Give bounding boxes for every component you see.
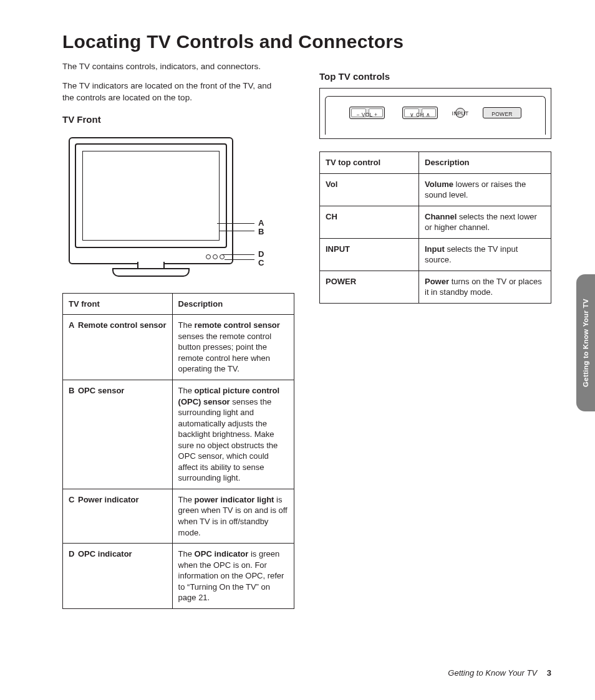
input-label: INPUT — [448, 110, 473, 117]
intro-paragraph-1: The TV contains controls, indicators, an… — [62, 61, 281, 73]
intro-paragraph-2: The TV indicators are located on the fro… — [62, 80, 281, 104]
table-row: ARemote control sensor The remote contro… — [63, 315, 294, 380]
callout-B: B — [258, 227, 264, 236]
top-controls-illustration: − VOL + ∨ CH ∧ INPUT POWER — [319, 88, 551, 139]
table-row: DOPC indicator The OPC indicator is gree… — [63, 544, 294, 609]
ch-label: ∨ CH ∧ — [402, 112, 438, 118]
table-row: INPUT Input selects the TV input source. — [320, 238, 551, 271]
top-controls-table: TV top control Description Vol Volume lo… — [319, 151, 551, 304]
section-tab: Getting to Know Your TV — [576, 274, 595, 411]
table-header: Description — [419, 152, 551, 174]
power-label: POWER — [483, 111, 521, 117]
tv-front-illustration: A B D C — [62, 131, 287, 280]
footer-page: 3 — [547, 668, 551, 678]
tv-front-heading: TV Front — [62, 114, 294, 125]
callout-A: A — [258, 218, 264, 228]
table-header: TV front — [63, 293, 173, 315]
tv-front-table: TV front Description ARemote control sen… — [62, 293, 294, 609]
footer-section: Getting to Know Your TV — [448, 668, 537, 678]
table-row: POWER Power turns on the TV or places it… — [320, 271, 551, 303]
table-row: Vol Volume lowers or raises the sound le… — [320, 173, 551, 206]
table-header: Description — [172, 293, 294, 315]
page-title: Locating TV Controls and Connectors — [62, 31, 551, 52]
vol-label: − VOL + — [349, 112, 385, 118]
table-row: BOPC sensor The optical picture control … — [63, 380, 294, 489]
table-row: CH Channel selects the next lower or hig… — [320, 206, 551, 238]
callout-C: C — [258, 258, 264, 267]
table-header: TV top control — [320, 152, 419, 174]
callout-D: D — [258, 249, 264, 259]
top-controls-heading: Top TV controls — [319, 71, 551, 82]
page-footer: Getting to Know Your TV 3 — [448, 668, 551, 678]
table-row: CPower indicator The power indicator lig… — [63, 489, 294, 543]
